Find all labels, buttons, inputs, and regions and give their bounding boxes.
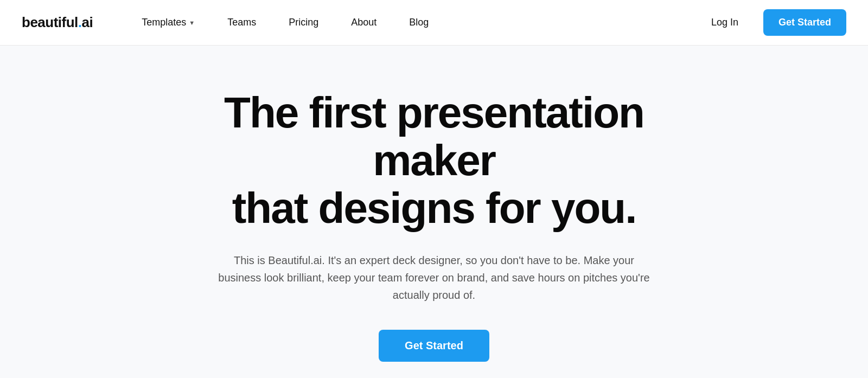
nav-about-label: About bbox=[351, 17, 376, 28]
logo[interactable]: beautiful.ai bbox=[22, 14, 93, 31]
chevron-down-icon: ▼ bbox=[189, 20, 195, 26]
hero-get-started-button[interactable]: Get Started bbox=[379, 330, 489, 362]
nav-pricing[interactable]: Pricing bbox=[272, 0, 335, 46]
login-link[interactable]: Log In bbox=[695, 17, 755, 28]
logo-text: beautiful.ai bbox=[22, 14, 93, 31]
login-label: Log In bbox=[711, 17, 738, 28]
hero-title-line1: The first presentation maker bbox=[224, 88, 644, 184]
nav-templates[interactable]: Templates ▼ bbox=[125, 0, 211, 46]
nav-pricing-label: Pricing bbox=[289, 17, 318, 28]
nav-teams-label: Teams bbox=[227, 17, 256, 28]
hero-subtitle: This is Beautiful.ai. It's an expert dec… bbox=[212, 252, 656, 304]
navigation: beautiful.ai Templates ▼ Teams Pricing A… bbox=[0, 0, 868, 46]
nav-blog-label: Blog bbox=[409, 17, 429, 28]
nav-about[interactable]: About bbox=[335, 0, 393, 46]
nav-cta-label: Get Started bbox=[778, 17, 831, 28]
nav-templates-label: Templates bbox=[142, 17, 186, 28]
hero-section: The first presentation maker that design… bbox=[0, 46, 868, 378]
nav-blog[interactable]: Blog bbox=[393, 0, 445, 46]
nav-get-started-button[interactable]: Get Started bbox=[763, 9, 846, 36]
nav-teams[interactable]: Teams bbox=[211, 0, 272, 46]
hero-title: The first presentation maker that design… bbox=[190, 89, 678, 232]
hero-cta-label: Get Started bbox=[405, 339, 463, 351]
hero-title-line2: that designs for you. bbox=[232, 184, 636, 232]
nav-links: Templates ▼ Teams Pricing About Blog bbox=[125, 0, 445, 46]
